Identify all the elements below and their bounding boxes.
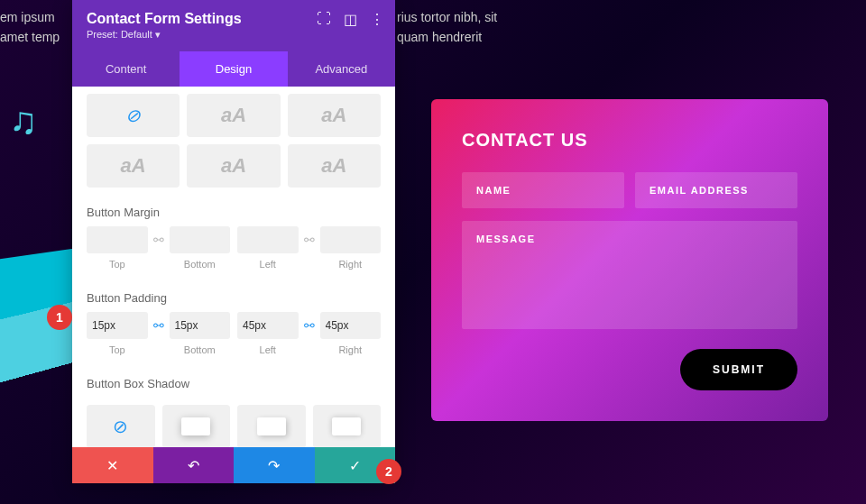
columns-icon[interactable]: ◫: [344, 11, 357, 28]
label-right: Right: [320, 344, 382, 355]
cancel-button[interactable]: ✕: [72, 447, 153, 483]
label-top: Top: [87, 259, 148, 270]
padding-top-input[interactable]: [87, 312, 148, 339]
settings-panel: Contact Form Settings Preset: Default ▾ …: [72, 0, 395, 483]
text-style-grid: ⊘ aA aA aA aA aA: [72, 87, 395, 195]
padding-left-input[interactable]: [237, 312, 299, 339]
background-lorem-text: em ipsum amet temp: [0, 0, 60, 55]
link-icon[interactable]: ⚯: [299, 226, 320, 253]
margin-right-input[interactable]: [320, 226, 382, 253]
link-icon[interactable]: ⚯: [299, 312, 320, 339]
button-box-shadow-label: Button Box Shadow: [72, 366, 395, 398]
name-field[interactable]: [462, 172, 624, 208]
tab-advanced[interactable]: Advanced: [288, 51, 395, 87]
shadow-option[interactable]: [237, 405, 306, 447]
link-icon[interactable]: ⚯: [148, 312, 170, 339]
label-right: Right: [320, 259, 382, 270]
margin-top-input[interactable]: [87, 226, 148, 253]
margin-left-input[interactable]: [237, 226, 299, 253]
shadow-option[interactable]: [313, 405, 382, 447]
button-margin-label: Button Margin: [72, 195, 395, 226]
padding-right-input[interactable]: [320, 312, 382, 339]
panel-header: Contact Form Settings Preset: Default ▾ …: [72, 0, 395, 51]
more-icon[interactable]: ⋮: [370, 11, 384, 28]
panel-tabs: Content Design Advanced: [72, 51, 395, 87]
text-style-option[interactable]: aA: [288, 144, 381, 188]
text-style-option[interactable]: aA: [87, 144, 180, 188]
expand-icon[interactable]: ⛶: [317, 11, 331, 28]
label-left: Left: [237, 259, 299, 270]
label-bottom: Bottom: [170, 259, 231, 270]
submit-button[interactable]: SUBMIT: [680, 349, 797, 390]
margin-bottom-input[interactable]: [170, 226, 231, 253]
label-left: Left: [237, 344, 299, 355]
label-top: Top: [87, 344, 148, 355]
message-field[interactable]: [462, 221, 797, 329]
contact-form-preview: CONTACT US SUBMIT: [431, 99, 828, 421]
text-style-option[interactable]: aA: [187, 144, 280, 188]
text-style-none[interactable]: ⊘: [87, 94, 180, 137]
preset-selector[interactable]: Preset: Default ▾: [87, 29, 381, 41]
undo-button[interactable]: ↶: [153, 447, 235, 483]
background-lorem-text-right: rius tortor nibh, sit quam hendrerit: [397, 0, 497, 55]
annotation-badge-1: 1: [47, 305, 72, 330]
panel-body: ⊘ aA aA aA aA aA Button Margin ⚯ ⚯ Top: [72, 87, 395, 447]
shadow-option[interactable]: [162, 405, 231, 447]
button-padding-label: Button Padding: [72, 280, 395, 312]
padding-bottom-input[interactable]: [170, 312, 231, 339]
contact-title: CONTACT US: [462, 130, 797, 151]
label-bottom: Bottom: [170, 344, 231, 355]
email-field[interactable]: [635, 172, 797, 208]
tab-content[interactable]: Content: [72, 51, 180, 87]
text-style-option[interactable]: aA: [288, 94, 381, 137]
padding-inputs: ⚯ ⚯: [72, 312, 395, 343]
music-note-icon: ♫: [9, 99, 38, 142]
shadow-options: ⊘: [72, 398, 395, 447]
annotation-badge-2: 2: [376, 459, 401, 484]
redo-button[interactable]: ↷: [234, 447, 315, 483]
link-icon[interactable]: ⚯: [148, 226, 170, 253]
margin-inputs: ⚯ ⚯: [72, 226, 395, 257]
text-style-option[interactable]: aA: [187, 94, 280, 137]
panel-footer: ✕ ↶ ↷ ✓: [72, 447, 395, 483]
tab-design[interactable]: Design: [180, 51, 287, 87]
shadow-none[interactable]: ⊘: [87, 405, 155, 447]
